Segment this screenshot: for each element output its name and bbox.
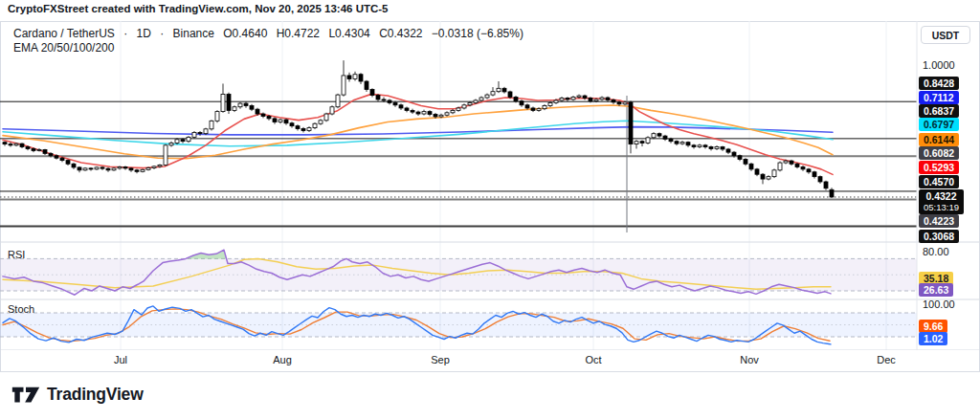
currency-toggle-button[interactable]: USDT xyxy=(921,26,970,44)
time-axis-month-label: Nov xyxy=(740,354,759,365)
price-level-label: 0.7112 xyxy=(919,91,959,104)
ohlc-high: H0.4722 xyxy=(277,27,320,40)
interval-value[interactable]: 1D xyxy=(137,27,151,40)
stoch-pane-label[interactable]: Stoch xyxy=(8,303,34,315)
stoch-value-label: 9.66 xyxy=(919,320,947,333)
stoch-value-label: 1.02 xyxy=(919,332,947,345)
tradingview-chart-export: CryptoFXStreet created with TradingView.… xyxy=(0,0,980,420)
time-axis-month-label: Sep xyxy=(431,354,450,365)
price-level-label: 0.8428 xyxy=(919,77,959,90)
price-level-label: 0.6797 xyxy=(919,118,959,131)
tradingview-logo-icon xyxy=(11,386,40,405)
time-axis-month-label: Oct xyxy=(585,354,601,365)
ohlc-open: O0.4640 xyxy=(223,27,267,40)
price-change: −0.0318 (−6.85%) xyxy=(432,27,523,40)
indicator-legend[interactable]: EMA 20/50/100/200 xyxy=(13,41,529,55)
rsi-axis-tick: 80.00 xyxy=(923,246,949,257)
watermark-text: CryptoFXStreet created with TradingView.… xyxy=(8,3,389,14)
ohlc-close: C0.4322 xyxy=(379,27,422,40)
time-axis-month-label: Aug xyxy=(273,354,292,365)
tradingview-logo-text: TradingView xyxy=(47,385,144,405)
symbol-name[interactable]: Cardano / TetherUS xyxy=(13,27,115,40)
legend-separator: · xyxy=(123,27,127,40)
price-level-label: 0.6837 xyxy=(919,104,959,118)
price-level-label: 0.5293 xyxy=(919,161,959,174)
stoch-axis-tick: 100.00 xyxy=(923,298,955,310)
chart-plot-area[interactable] xyxy=(0,21,980,350)
symbol-legend: Cardano / TetherUS · 1D · Binance O0.464… xyxy=(13,27,529,55)
time-axis-month-label: Jul xyxy=(114,354,127,365)
legend-separator: · xyxy=(160,27,164,40)
rsi-value-label: 26.63 xyxy=(919,283,953,297)
price-level-label: 0.3068 xyxy=(919,230,959,243)
rsi-pane-label[interactable]: RSI xyxy=(8,249,25,260)
time-axis-month-label: Dec xyxy=(877,354,896,365)
price-level-label: 0.4570 xyxy=(919,175,959,188)
price-level-label: 0.6144 xyxy=(919,133,959,146)
price-axis-tick: 1.0000 xyxy=(923,59,955,71)
legend-row-symbol: Cardano / TetherUS · 1D · Binance O0.464… xyxy=(13,27,529,41)
price-level-label: 0.4223 xyxy=(919,214,959,228)
tradingview-logo[interactable]: TradingView xyxy=(11,385,144,405)
current-price-label: 0.432205:13:19 xyxy=(919,189,964,214)
exchange-name: Binance xyxy=(173,27,214,40)
price-level-label: 0.6082 xyxy=(919,146,959,160)
ohlc-low: L0.4304 xyxy=(328,27,369,40)
